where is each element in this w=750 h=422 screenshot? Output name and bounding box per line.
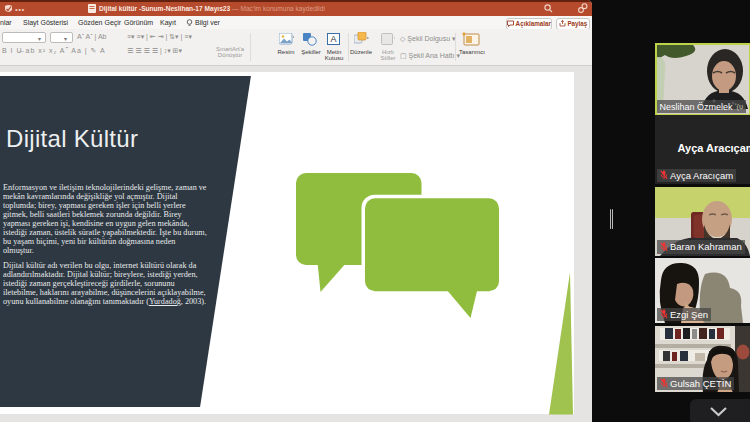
svg-text:A: A xyxy=(330,34,336,44)
